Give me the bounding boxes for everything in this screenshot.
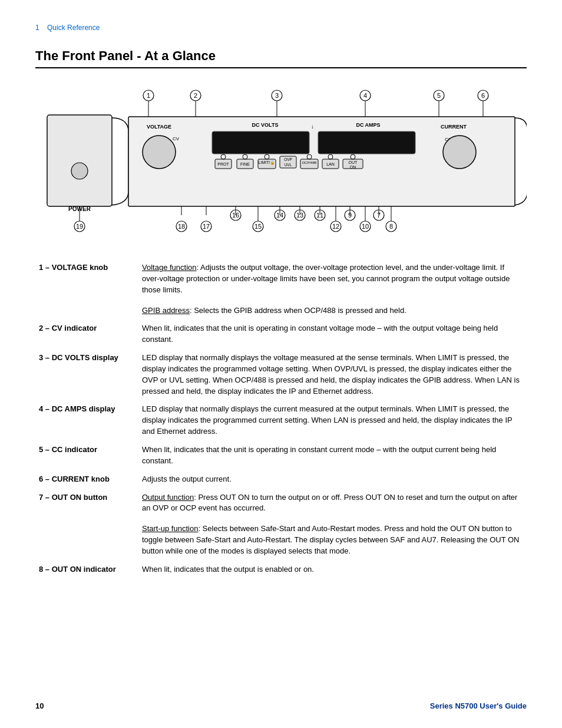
- svg-text:18: 18: [178, 223, 185, 230]
- table-row-extra: GPIB address: Selects the GPIB address w…: [35, 301, 527, 321]
- item-label-empty: [35, 301, 138, 321]
- item-label: 7 – OUT ON button: [35, 490, 138, 519]
- table-row: 2 – CV indicatorWhen lit, indicates that…: [35, 321, 527, 350]
- table-row: 7 – OUT ON buttonOutput function: Press …: [35, 490, 527, 519]
- svg-text:DC AMPS: DC AMPS: [356, 122, 380, 128]
- item-label: 8 – OUT ON indicator: [35, 562, 138, 580]
- svg-text:FINE: FINE: [240, 162, 250, 166]
- svg-text:OUT: OUT: [349, 160, 358, 164]
- svg-text:8: 8: [389, 223, 393, 230]
- svg-text:14: 14: [276, 212, 283, 219]
- item-value: Start-up function: Selects between Safe-…: [138, 519, 527, 562]
- svg-text:2: 2: [194, 92, 197, 99]
- item-underline-text: Output function: [142, 493, 194, 502]
- svg-text:LIMIT/🔒: LIMIT/🔒: [259, 160, 276, 165]
- item-value: When lit, indicates that the unit is ope…: [138, 442, 527, 472]
- svg-text:7: 7: [377, 212, 381, 219]
- svg-text:11: 11: [316, 212, 323, 219]
- front-panel-diagram: 1 2 3 4 5 6: [35, 83, 527, 243]
- svg-text:3: 3: [275, 92, 279, 99]
- svg-point-19: [71, 163, 88, 179]
- item-value: LED display that normally displays the c…: [138, 401, 527, 442]
- footer-document-title: Series N5700 User's Guide: [430, 701, 527, 710]
- item-value: Adjusts the output current.: [138, 472, 527, 490]
- item-value: LED display that normally displays the v…: [138, 350, 527, 401]
- item-underline-text: Start-up function: [142, 524, 198, 533]
- svg-text:19: 19: [76, 223, 83, 230]
- panel-svg: 1 2 3 4 5 6: [35, 83, 527, 242]
- table-row: 8 – OUT ON indicatorWhen lit, indicates …: [35, 562, 527, 580]
- svg-text:CV: CV: [173, 136, 180, 141]
- svg-rect-28: [212, 131, 309, 154]
- svg-text:OVP: OVP: [284, 157, 292, 162]
- item-rest-text: : Press OUT ON to turn the output on or …: [142, 493, 517, 513]
- item-value: When lit, indicates that the output is e…: [138, 562, 527, 580]
- item-rest-text: : Selects the GPIB address when OCP/488 …: [190, 306, 406, 315]
- svg-text:16: 16: [232, 212, 239, 219]
- svg-text:6: 6: [481, 92, 485, 99]
- item-label: 3 – DC VOLTS display: [35, 350, 138, 401]
- svg-text:13: 13: [296, 212, 303, 219]
- svg-text:10: 10: [362, 223, 369, 230]
- item-value: Voltage function: Adjusts the output vol…: [138, 260, 527, 301]
- item-underline-text: GPIB address: [142, 306, 190, 315]
- svg-text:DC VOLTS: DC VOLTS: [252, 122, 279, 128]
- item-label: 5 – CC indicator: [35, 442, 138, 472]
- table-row: 1 – VOLTAGE knobVoltage function: Adjust…: [35, 260, 527, 301]
- breadcrumb-number: 1: [35, 24, 39, 32]
- page-container: 1 Quick Reference The Front Panel - At a…: [0, 0, 562, 728]
- svg-text:15: 15: [254, 223, 262, 230]
- svg-text:9: 9: [348, 212, 352, 219]
- svg-point-26: [143, 136, 176, 169]
- item-label: 1 – VOLTAGE knob: [35, 260, 138, 301]
- item-value: When lit, indicates that the unit is ope…: [138, 321, 527, 350]
- svg-text:12: 12: [332, 223, 339, 230]
- svg-text:UVL: UVL: [285, 163, 292, 167]
- item-value: Output function: Press OUT ON to turn th…: [138, 490, 527, 519]
- item-value: GPIB address: Selects the GPIB address w…: [138, 301, 527, 321]
- table-row: 6 – CURRENT knobAdjusts the output curre…: [35, 472, 527, 490]
- svg-text:OCP/488: OCP/488: [302, 161, 317, 164]
- item-label: 2 – CV indicator: [35, 321, 138, 350]
- svg-text:17: 17: [203, 223, 210, 230]
- svg-text:VOLTAGE: VOLTAGE: [147, 124, 171, 130]
- table-row-extra: Start-up function: Selects between Safe-…: [35, 519, 527, 562]
- item-rest-text: : Selects between Safe-Start and Auto-Re…: [142, 524, 519, 555]
- item-label: 4 – DC AMPS display: [35, 401, 138, 442]
- item-label-empty: [35, 519, 138, 562]
- table-row: 3 – DC VOLTS displayLED display that nor…: [35, 350, 527, 401]
- svg-text:CURRENT: CURRENT: [441, 124, 467, 130]
- svg-text:4: 4: [363, 92, 367, 99]
- svg-rect-18: [47, 115, 112, 206]
- svg-text:LAN: LAN: [326, 162, 335, 166]
- svg-text:PROT: PROT: [217, 162, 229, 166]
- svg-text:ON: ON: [350, 165, 356, 169]
- table-row: 5 – CC indicatorWhen lit, indicates that…: [35, 442, 527, 472]
- page-title: The Front Panel - At a Glance: [35, 48, 527, 68]
- item-underline-text: Voltage function: [142, 263, 197, 272]
- breadcrumb-text: Quick Reference: [47, 24, 100, 32]
- description-table: 1 – VOLTAGE knobVoltage function: Adjust…: [35, 260, 527, 580]
- footer-page-number: 10: [35, 701, 44, 710]
- item-rest-text: : Adjusts the output voltage, the over-v…: [142, 263, 510, 294]
- breadcrumb: 1 Quick Reference: [35, 24, 527, 32]
- svg-point-32: [443, 136, 476, 169]
- page-footer: 10 Series N5700 User's Guide: [35, 701, 527, 710]
- svg-rect-30: [318, 131, 415, 154]
- svg-text:↓: ↓: [311, 123, 314, 130]
- svg-text:1: 1: [147, 92, 150, 99]
- table-row: 4 – DC AMPS displayLED display that norm…: [35, 401, 527, 442]
- item-label: 6 – CURRENT knob: [35, 472, 138, 490]
- svg-text:5: 5: [437, 92, 441, 99]
